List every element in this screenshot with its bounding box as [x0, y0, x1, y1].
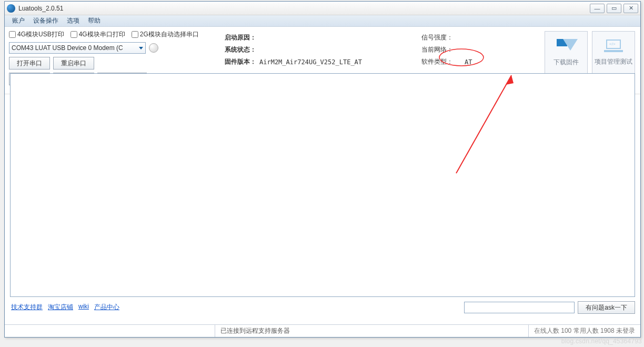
- link-taobao[interactable]: 淘宝店铺: [48, 303, 73, 312]
- refresh-icon[interactable]: [149, 43, 158, 53]
- link-wiki[interactable]: wiki: [78, 303, 89, 312]
- app-icon: [7, 4, 15, 13]
- footer-links: 技术支持群 淘宝店铺 wiki 产品中心: [11, 303, 119, 312]
- sw-type-label: 软件类型：: [421, 56, 455, 67]
- signal-value: [456, 32, 474, 43]
- status-cell-1: [5, 325, 215, 337]
- boot-reason-label: 启动原因：: [225, 32, 258, 43]
- project-manage-button[interactable]: </> 项目管理测试: [592, 31, 635, 74]
- check-4g-usb-label: 4G模块USB打印: [17, 30, 64, 39]
- sys-status-value: [259, 44, 364, 55]
- check-4g-usb[interactable]: 4G模块USB打印: [9, 30, 64, 39]
- maximize-button[interactable]: ▭: [607, 4, 621, 13]
- menubar: 账户 设备操作 选项 帮助: [5, 15, 640, 27]
- project-manage-label: 项目管理测试: [595, 57, 632, 66]
- minimize-button[interactable]: —: [590, 4, 605, 13]
- download-firmware-label: 下载固件: [554, 58, 579, 67]
- signal-label: 信号强度：: [421, 32, 455, 43]
- fw-version-label: 固件版本：: [225, 56, 258, 67]
- menu-device[interactable]: 设备操作: [29, 15, 63, 26]
- network-value: [456, 44, 474, 55]
- log-textarea[interactable]: [10, 73, 635, 297]
- check-2g-auto-label: 2G模块自动选择串口: [140, 30, 199, 39]
- check-4g-uart-label: 4G模块串口打印: [79, 30, 125, 39]
- sys-status-label: 系统状态：: [225, 44, 258, 55]
- close-button[interactable]: ✕: [623, 4, 638, 13]
- check-2g-auto[interactable]: 2G模块自动选择串口: [132, 30, 199, 39]
- laptop-icon: </>: [603, 39, 624, 54]
- device-select[interactable]: COM43 LUAT USB Device 0 Modem (C: [9, 42, 146, 54]
- boot-reason-value: [259, 32, 364, 43]
- sw-type-value: AT: [456, 56, 474, 67]
- ask-button[interactable]: 有问题ask一下: [578, 301, 635, 314]
- check-4g-uart[interactable]: 4G模块串口打印: [71, 30, 125, 39]
- download-firmware-button[interactable]: 下载固件: [545, 31, 588, 74]
- link-product-center[interactable]: 产品中心: [94, 303, 119, 312]
- network-label: 当前网络：: [421, 44, 455, 55]
- download-icon: [557, 39, 576, 55]
- app-window: Luatools_2.0.51 — ▭ ✕ 账户 设备操作 选项 帮助 4G模块…: [4, 1, 641, 338]
- info-right: 信号强度： 当前网络： 软件类型：AT: [420, 31, 475, 68]
- chevron-down-icon: [139, 47, 143, 49]
- menu-help[interactable]: 帮助: [84, 15, 105, 26]
- fw-version-value: AirM2M_Air724UG_V252_LTE_AT: [259, 56, 364, 67]
- status-connected: 已连接到远程支持服务器: [215, 325, 529, 337]
- menu-account[interactable]: 账户: [8, 15, 29, 26]
- restart-port-button[interactable]: 重启串口: [53, 57, 94, 70]
- check-2g-auto-box[interactable]: [132, 31, 138, 38]
- window-title: Luatools_2.0.51: [18, 5, 590, 12]
- menu-options[interactable]: 选项: [63, 15, 84, 26]
- titlebar: Luatools_2.0.51 — ▭ ✕: [5, 2, 640, 15]
- statusbar: 已连接到远程支持服务器 在线人数 100 常用人数 1908 未登录: [5, 324, 640, 337]
- device-select-text: COM43 LUAT USB Device 0 Modem (C: [12, 44, 123, 52]
- status-online: 在线人数 100 常用人数 1908 未登录: [529, 325, 640, 337]
- open-port-button[interactable]: 打开串口: [9, 57, 50, 70]
- check-4g-usb-box[interactable]: [9, 31, 16, 38]
- ask-input[interactable]: [464, 302, 575, 313]
- link-tech-support[interactable]: 技术支持群: [11, 303, 43, 312]
- info-left: 启动原因： 系统状态： 固件版本：AirM2M_Air724UG_V252_LT…: [224, 31, 365, 68]
- watermark-text: blog.csdn.net/qq_45364793: [561, 338, 642, 345]
- check-4g-uart-box[interactable]: [71, 31, 77, 38]
